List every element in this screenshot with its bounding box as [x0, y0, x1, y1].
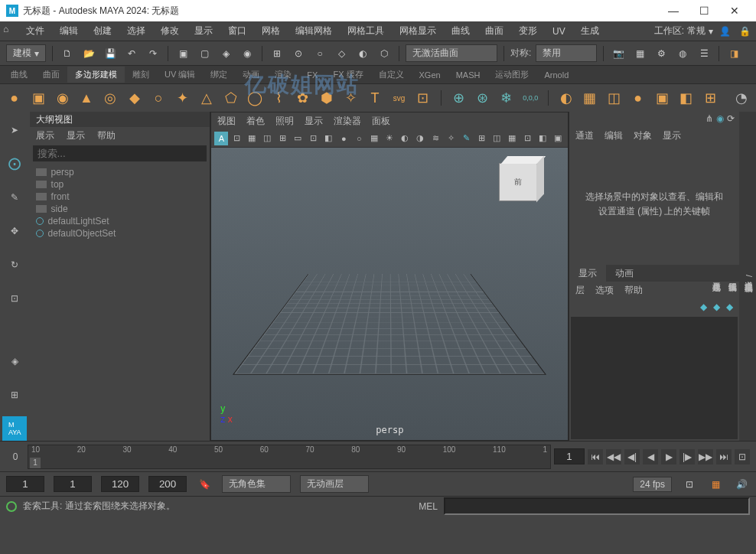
snap-curve-icon[interactable]: ⊙: [290, 45, 307, 62]
smooth-icon[interactable]: ●: [630, 87, 646, 109]
shelf-more-icon[interactable]: ◔: [734, 87, 750, 109]
vp-iso6-icon[interactable]: ▣: [551, 132, 565, 145]
shelf-tab-fxcache[interactable]: FX 缓存: [325, 67, 370, 83]
shelf-tab-fx[interactable]: FX: [299, 68, 325, 82]
layout-single-icon[interactable]: ◈: [2, 349, 27, 373]
shelf-tab-uv[interactable]: UV 编辑: [157, 67, 203, 83]
go-start-icon[interactable]: ⏮: [588, 449, 603, 464]
shelf-tab-xgen[interactable]: XGen: [412, 68, 448, 82]
vp-select-cam-icon[interactable]: A: [214, 132, 228, 145]
vp-iso3-icon[interactable]: ▦: [505, 132, 519, 145]
hypershade-icon[interactable]: ◍: [674, 45, 691, 62]
menu-display[interactable]: 显示: [187, 24, 220, 37]
view-cube[interactable]: 前: [499, 163, 545, 209]
snap-point-icon[interactable]: ○: [311, 45, 328, 62]
poly-prism-icon[interactable]: ⬠: [223, 87, 239, 109]
key-back-icon[interactable]: ◀|: [624, 449, 640, 464]
layer-menu-help[interactable]: 帮助: [624, 284, 643, 297]
outliner-item-front[interactable]: front: [36, 191, 204, 203]
vp-image-icon[interactable]: ▦: [245, 132, 259, 145]
animlayer-dropdown[interactable]: 无动画层: [300, 475, 369, 493]
poly-pyramid-icon[interactable]: △: [198, 87, 214, 109]
layer-tab-display[interactable]: 显示: [569, 265, 606, 282]
poly-cylinder-icon[interactable]: ◉: [54, 87, 70, 109]
vp-ao-icon[interactable]: ◑: [413, 132, 427, 145]
layer-menu-options[interactable]: 选项: [595, 284, 614, 297]
range-end-input[interactable]: [148, 476, 187, 492]
light-editor-icon[interactable]: ☰: [696, 45, 712, 62]
vp-wire-icon[interactable]: ○: [352, 132, 366, 145]
vp-res-icon[interactable]: ◧: [321, 132, 335, 145]
select-mask-icon[interactable]: ◉: [239, 45, 256, 62]
shelf-tab-custom[interactable]: 自定义: [371, 67, 412, 83]
vp-aa-icon[interactable]: ✧: [444, 132, 458, 145]
layout-four-icon[interactable]: ⊞: [2, 383, 27, 407]
mel-label[interactable]: MEL: [419, 501, 438, 512]
sweep-icon[interactable]: ⊡: [415, 87, 431, 109]
layer-tab-anim[interactable]: 动画: [606, 265, 643, 282]
key-fwd-icon[interactable]: |▶: [679, 449, 695, 464]
range-start-input[interactable]: [6, 476, 44, 492]
sets-icon[interactable]: ⊛: [474, 87, 490, 109]
outliner-menu-show[interactable]: 显示: [67, 129, 85, 142]
vp-2d-icon[interactable]: ◫: [260, 132, 274, 145]
outliner-item-side[interactable]: side: [36, 203, 204, 215]
step-back-icon[interactable]: ◀◀: [606, 449, 621, 464]
poly-platonic-icon[interactable]: ✦: [174, 87, 191, 109]
ch-menu-channel[interactable]: 通道: [575, 129, 594, 142]
poly-plane-icon[interactable]: ◆: [126, 87, 142, 109]
vp-menu-view[interactable]: 视图: [217, 115, 236, 128]
poly-gear-icon[interactable]: ✿: [295, 87, 311, 109]
paint-tool-icon[interactable]: ✎: [2, 185, 27, 210]
poly-soccer-icon[interactable]: ⬢: [318, 87, 334, 109]
svg-icon[interactable]: svg: [391, 87, 407, 109]
playblast-icon[interactable]: ▦: [707, 476, 724, 493]
menu-modify[interactable]: 修改: [153, 24, 187, 37]
bridge-icon[interactable]: ⊞: [702, 87, 718, 109]
select-tool-icon[interactable]: ➤: [2, 118, 27, 142]
outliner-menu-help[interactable]: 帮助: [97, 129, 116, 142]
menu-meshdisplay[interactable]: 网格显示: [392, 24, 444, 37]
menu-mesh[interactable]: 网格: [254, 24, 288, 37]
pivot-icon[interactable]: ⊕: [450, 87, 466, 109]
select-component-icon[interactable]: ◈: [217, 45, 234, 62]
new-scene-icon[interactable]: 🗋: [59, 45, 76, 62]
lasso-tool-icon[interactable]: ⊙: [2, 152, 27, 176]
shelf-tab-surface[interactable]: 曲面: [35, 67, 67, 83]
vp-motion-icon[interactable]: ≋: [429, 132, 442, 145]
vp-film-icon[interactable]: ▭: [291, 132, 305, 145]
outliner-menu-display[interactable]: 展示: [36, 129, 54, 142]
vp-grid-icon[interactable]: ⊞: [275, 132, 289, 145]
menu-curve[interactable]: 曲线: [444, 24, 477, 37]
poly-cube-icon[interactable]: ▣: [30, 87, 46, 109]
vp-xray-icon[interactable]: ✎: [459, 132, 473, 145]
step-fwd-icon[interactable]: ▶▶: [698, 449, 713, 464]
combine-icon[interactable]: ▦: [582, 87, 598, 109]
shelf-tab-arnold[interactable]: Arnold: [536, 68, 576, 82]
range-in-input[interactable]: [54, 476, 92, 492]
poly-cone-icon[interactable]: ▲: [78, 87, 94, 109]
minimize-button[interactable]: —: [658, 5, 689, 17]
vp-shade-icon[interactable]: ●: [337, 132, 350, 145]
menu-select[interactable]: 选择: [119, 24, 153, 37]
ch-menu-edit[interactable]: 编辑: [604, 129, 623, 142]
mel-input[interactable]: [444, 497, 750, 515]
play-back-icon[interactable]: ◀: [643, 449, 658, 464]
vp-gate-icon[interactable]: ⊡: [306, 132, 320, 145]
scale-tool-icon[interactable]: ⊡: [2, 286, 27, 311]
extrude-icon[interactable]: ▣: [654, 87, 670, 109]
workspace-selector[interactable]: 工作区:常规▾: [654, 24, 713, 37]
close-button[interactable]: ✕: [719, 5, 750, 17]
go-end-icon[interactable]: ⏭: [716, 449, 732, 464]
layout-maya-icon[interactable]: MAYA: [2, 416, 27, 441]
menu-edit[interactable]: 编辑: [52, 24, 86, 37]
menu-meshtools[interactable]: 网格工具: [340, 24, 392, 37]
fps-dropdown[interactable]: 24 fps: [633, 477, 672, 492]
save-scene-icon[interactable]: 💾: [102, 45, 119, 62]
toggle-panel-icon[interactable]: ◨: [725, 45, 742, 62]
current-frame-input[interactable]: [554, 448, 585, 464]
menu-file[interactable]: 文件: [18, 24, 52, 37]
vp-bookmark-icon[interactable]: ⊡: [230, 132, 243, 145]
vp-menu-shading[interactable]: 着色: [246, 115, 265, 128]
menu-editmesh[interactable]: 编辑网格: [288, 24, 340, 37]
